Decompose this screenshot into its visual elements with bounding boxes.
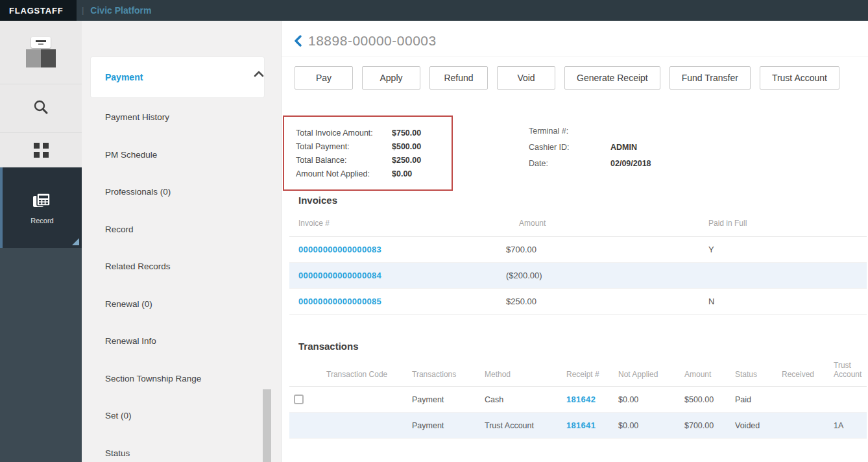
received-column-header: Received xyxy=(777,357,829,387)
total-payment-row: Total Payment: $500.00 xyxy=(296,140,445,154)
total-invoice-amount-value: $750.00 xyxy=(392,127,421,140)
receipt-column-header: Receipt # xyxy=(562,357,614,387)
refund-button[interactable]: Refund xyxy=(429,66,488,90)
transactions-column-header: Transactions xyxy=(407,357,480,387)
record-icon xyxy=(31,191,53,212)
payment-totals-box: Total Invoice Amount: $750.00 Total Paym… xyxy=(283,116,453,191)
transactions-section-title: Transactions xyxy=(298,341,359,352)
invoice-number-link[interactable]: 00000000000000085 xyxy=(298,297,381,306)
nav-item-related-records[interactable]: Related Records xyxy=(105,248,265,286)
receipt-number-link[interactable]: 181641 xyxy=(566,420,596,430)
transaction-method: Cash xyxy=(480,387,562,413)
transaction-type: Payment xyxy=(407,387,480,413)
launchpad-button[interactable] xyxy=(0,21,82,84)
transaction-code xyxy=(322,413,407,439)
transaction-row: Payment Trust Account 181641 $0.00 $700.… xyxy=(289,413,867,439)
nav-scrollbar-thumb[interactable] xyxy=(263,389,271,462)
amount-column-header: Amount xyxy=(680,357,730,387)
tile-corner-decoration xyxy=(72,238,79,245)
date-row: Date: 02/09/2018 xyxy=(529,156,651,172)
total-balance-label: Total Balance: xyxy=(296,154,392,167)
total-invoice-amount-row: Total Invoice Amount: $750.00 xyxy=(296,127,445,140)
back-chevron-icon[interactable] xyxy=(293,35,302,47)
collapse-chevron-up-icon[interactable] xyxy=(254,69,264,80)
nav-item-set[interactable]: Set (0) xyxy=(105,397,265,435)
invoice-amount: $700.00 xyxy=(497,237,699,263)
total-balance-value: $250.00 xyxy=(392,154,421,167)
invoice-row: 00000000000000085 $250.00 N xyxy=(289,289,867,315)
cashier-session-info: Terminal #: Cashier ID: ADMIN Date: 02/0… xyxy=(529,123,651,172)
transaction-row: Payment Cash 181642 $0.00 $500.00 Paid xyxy=(289,387,867,413)
payment-toolbar: Pay Apply Refund Void Generate Receipt F… xyxy=(282,56,868,90)
nav-item-payment-active[interactable]: Payment xyxy=(91,57,264,97)
agency-logo: FLAGSTAFF xyxy=(0,0,77,21)
search-icon xyxy=(32,99,49,118)
invoices-section-title: Invoices xyxy=(298,195,337,206)
main-content: 18898-00000-00003 Pay Apply Refund Void … xyxy=(282,21,868,462)
fund-transfer-button[interactable]: Fund Transfer xyxy=(669,66,751,90)
nav-item-pm-schedule[interactable]: PM Schedule xyxy=(105,136,265,174)
invoice-amount: ($200.00) xyxy=(497,263,699,289)
total-balance-row: Total Balance: $250.00 xyxy=(296,154,445,167)
record-tab[interactable]: Record xyxy=(0,167,82,248)
trust-account-button[interactable]: Trust Account xyxy=(760,66,839,90)
nav-item-professionals[interactable]: Professionals (0) xyxy=(105,173,265,211)
amount-column-header: Amount xyxy=(497,210,699,237)
transaction-amount: $500.00 xyxy=(680,387,730,413)
launchpad-icon xyxy=(26,37,56,67)
terminal-label: Terminal #: xyxy=(529,123,610,140)
invoice-paid-in-full: N xyxy=(699,289,867,315)
global-search-button[interactable] xyxy=(0,84,82,133)
cashier-id-row: Cashier ID: ADMIN xyxy=(529,140,651,156)
transaction-code xyxy=(322,387,407,413)
record-id-title: 18898-00000-00003 xyxy=(308,33,437,49)
select-column-header xyxy=(289,357,322,387)
icon-rail: Record xyxy=(0,21,82,462)
nav-list: Payment History PM Schedule Professional… xyxy=(105,99,265,462)
nav-item-renewal-info[interactable]: Renewal Info xyxy=(105,322,265,360)
not-applied-column-header: Not Applied xyxy=(614,357,680,387)
amount-not-applied-label: Amount Not Applied: xyxy=(296,167,392,181)
transaction-not-applied: $0.00 xyxy=(614,387,680,413)
invoice-number-link[interactable]: 00000000000000083 xyxy=(298,245,381,254)
nav-item-renewal[interactable]: Renewal (0) xyxy=(105,286,265,323)
transactions-table: Transaction Code Transactions Method Rec… xyxy=(289,357,867,439)
transaction-checkbox[interactable] xyxy=(294,395,304,404)
record-nav-panel: Payment Payment History PM Schedule Prof… xyxy=(82,21,282,462)
total-payment-label: Total Payment: xyxy=(296,140,392,154)
invoice-row: 00000000000000084 ($200.00) xyxy=(289,263,867,289)
nav-item-section-township-range[interactable]: Section Township Range xyxy=(105,360,265,398)
status-column-header: Status xyxy=(730,357,777,387)
invoice-number-column-header: Invoice # xyxy=(289,210,497,237)
invoice-amount: $250.00 xyxy=(497,289,699,315)
transaction-type: Payment xyxy=(407,413,480,439)
invoice-paid-in-full: Y xyxy=(699,237,867,263)
transaction-not-applied: $0.00 xyxy=(614,413,680,439)
terminal-row: Terminal #: xyxy=(529,123,651,140)
transaction-received xyxy=(777,413,829,439)
agency-name: FLAGSTAFF xyxy=(9,6,64,16)
rail-filler xyxy=(0,248,82,462)
date-label: Date: xyxy=(529,156,610,172)
invoice-number-link[interactable]: 00000000000000084 xyxy=(298,271,381,280)
pay-button[interactable]: Pay xyxy=(295,66,353,90)
date-value: 02/09/2018 xyxy=(610,156,651,172)
generate-receipt-button[interactable]: Generate Receipt xyxy=(564,66,660,90)
transaction-status: Voided xyxy=(730,413,777,439)
total-payment-value: $500.00 xyxy=(392,140,421,154)
record-tab-label: Record xyxy=(30,217,53,225)
topbar-separator: | xyxy=(82,6,84,15)
nav-active-label: Payment xyxy=(105,72,143,82)
void-button[interactable]: Void xyxy=(497,66,555,90)
nav-item-status[interactable]: Status xyxy=(105,435,265,462)
nav-item-record[interactable]: Record xyxy=(105,211,265,249)
nav-item-payment-history[interactable]: Payment History xyxy=(105,99,265,136)
transaction-amount: $700.00 xyxy=(680,413,730,439)
receipt-number-link[interactable]: 181642 xyxy=(566,395,596,404)
apply-button[interactable]: Apply xyxy=(362,66,420,90)
invoices-header-row: Invoice # Amount Paid in Full xyxy=(289,210,867,237)
cashier-id-value: ADMIN xyxy=(610,140,637,156)
apps-grid-icon xyxy=(34,143,49,158)
apps-menu-button[interactable] xyxy=(0,133,82,167)
transaction-received xyxy=(777,387,829,413)
